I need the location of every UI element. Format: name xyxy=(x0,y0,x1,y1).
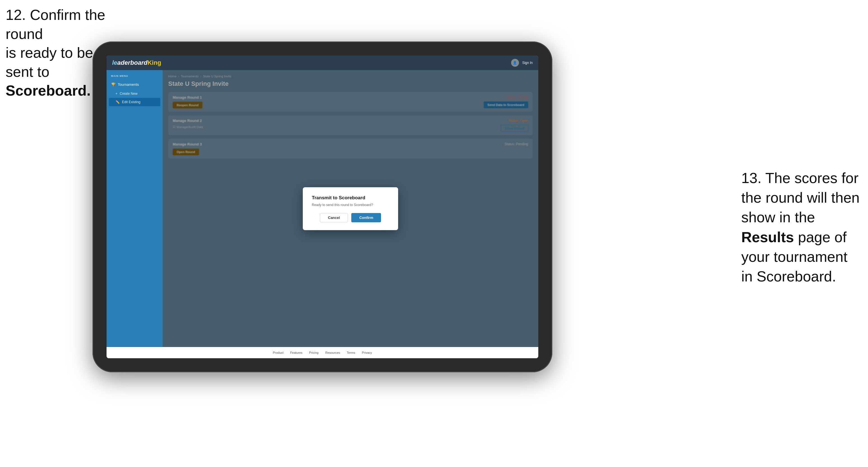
logo: leaderboardKing xyxy=(112,59,161,66)
tablet-footer: Product Features Pricing Resources Terms… xyxy=(106,347,538,358)
top-nav: leaderboardKing 👤 Sign In xyxy=(106,56,538,70)
edit-icon: ✏️ xyxy=(116,100,120,104)
instruction-right: 13. The scores forthe round will thensho… xyxy=(741,168,860,286)
transmit-modal: Transmit to Scoreboard Ready to send thi… xyxy=(303,187,398,230)
modal-confirm-button[interactable]: Confirm xyxy=(351,213,381,222)
modal-overlay: Transmit to Scoreboard Ready to send thi… xyxy=(163,70,538,347)
edit-existing-label: Edit Existing xyxy=(122,100,141,104)
instruction-line1: 12. Confirm the round xyxy=(6,7,105,42)
sidebar-item-tournaments[interactable]: 🏆 Tournaments xyxy=(106,80,163,89)
tablet-shell: leaderboardKing 👤 Sign In MAIN MENU 🏆 To… xyxy=(93,41,552,372)
modal-cancel-button[interactable]: Cancel xyxy=(320,213,348,222)
footer-privacy[interactable]: Privacy xyxy=(362,351,372,354)
tablet-screen: leaderboardKing 👤 Sign In MAIN MENU 🏆 To… xyxy=(106,56,538,358)
create-new-label: Create New xyxy=(120,92,137,96)
user-avatar: 👤 xyxy=(511,59,519,67)
sign-in-label[interactable]: Sign In xyxy=(522,61,533,65)
instruction-right-text: 13. The scores forthe round will thensho… xyxy=(741,170,860,284)
sidebar-sub-create-new[interactable]: + Create New xyxy=(106,89,163,98)
content-panel: Home › Tournaments › State U Spring Invi… xyxy=(163,70,538,347)
modal-title: Transmit to Scoreboard xyxy=(312,195,389,201)
main-area: MAIN MENU 🏆 Tournaments + Create New ✏️ … xyxy=(106,70,538,347)
logo-text: leaderboardKing xyxy=(112,59,161,66)
nav-right: 👤 Sign In xyxy=(511,59,533,67)
footer-pricing[interactable]: Pricing xyxy=(309,351,319,354)
instruction-line2: is ready to be sent to xyxy=(6,44,93,80)
sidebar-section-label: MAIN MENU xyxy=(106,74,163,80)
plus-icon: + xyxy=(116,92,118,96)
footer-terms[interactable]: Terms xyxy=(347,351,355,354)
instruction-line3: Scoreboard. xyxy=(6,83,91,99)
footer-features[interactable]: Features xyxy=(290,351,302,354)
tournaments-label: Tournaments xyxy=(118,83,139,87)
footer-resources[interactable]: Resources xyxy=(325,351,340,354)
logo-king: King xyxy=(148,59,161,66)
modal-buttons: Cancel Confirm xyxy=(312,213,389,222)
modal-subtitle: Ready to send this round to Scoreboard? xyxy=(312,203,389,207)
footer-product[interactable]: Product xyxy=(273,351,283,354)
sidebar-sub-edit-existing[interactable]: ✏️ Edit Existing xyxy=(109,98,160,106)
sidebar: MAIN MENU 🏆 Tournaments + Create New ✏️ … xyxy=(106,70,163,347)
trophy-icon: 🏆 xyxy=(111,83,116,87)
